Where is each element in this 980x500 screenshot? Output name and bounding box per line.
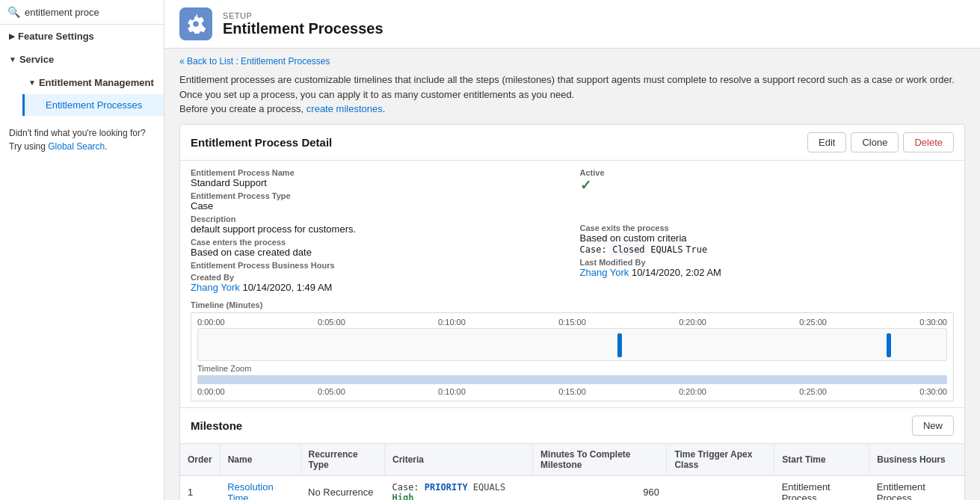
criteria-keyword: PRIORITY: [425, 482, 468, 493]
zoom-range: [197, 375, 947, 384]
col-minutes: Minutes To Complete Milestone: [533, 444, 667, 476]
created-by-link[interactable]: Zhang York: [191, 282, 240, 293]
cell-start-0: Entitlement Process: [774, 475, 869, 500]
edit-button[interactable]: Edit: [807, 132, 846, 152]
col-name: Name: [220, 444, 301, 476]
col-apex: Time Trigger Apex Class: [667, 444, 774, 476]
cell-name-0[interactable]: Resolution Time: [220, 475, 301, 500]
last-modified-link[interactable]: Zhang York: [580, 267, 629, 278]
breadcrumb-sep: :: [235, 56, 238, 67]
laxis-3: 0:15:00: [558, 387, 586, 396]
timeline-chart-area: 0:00:00 0:05:00 0:10:00 0:15:00 0:20:00 …: [191, 312, 954, 401]
active-checkmark: ✓: [580, 177, 955, 194]
breadcrumb-list-link[interactable]: Entitlement Processes: [241, 56, 330, 67]
sidebar: 🔍 ▶ Feature Settings ▼ Service ▼ Entitle…: [0, 0, 164, 500]
feature-settings-label: Feature Settings: [18, 31, 94, 42]
business-hours-label: Entitlement Process Business Hours: [191, 261, 565, 270]
description-field: Description default support process for …: [191, 214, 565, 235]
criteria-op: EQUALS: [473, 482, 505, 493]
period: .: [383, 103, 386, 114]
feature-settings-nav[interactable]: ▶ Feature Settings: [0, 25, 164, 48]
milestone-section-title: Milestone: [191, 419, 242, 432]
description-text: Entitlement processes are customizable t…: [179, 74, 955, 100]
laxis-1: 0:05:00: [318, 387, 345, 396]
cell-order-0: 1: [180, 475, 220, 500]
col-bizhr: Business Hours: [869, 444, 964, 476]
chevron-down-icon: ▼: [9, 55, 16, 64]
case-exits-criteria: Case: Closed EQUALS True: [580, 244, 955, 255]
laxis-0: 0:00:00: [197, 387, 225, 396]
axis-5: 0:25:00: [799, 318, 827, 327]
not-found-line1: Didn't find what you're looking for?: [9, 126, 155, 140]
created-by-date: 10/14/2020, 1:49 AM: [242, 282, 332, 293]
header-titles: SETUP Entitlement Processes: [223, 11, 383, 37]
description-label: Description: [191, 214, 565, 223]
col-start: Start Time: [774, 444, 869, 476]
service-subnav: ▼ Entitlement Management Entitlement Pro…: [0, 71, 164, 116]
detail-section-title: Entitlement Process Detail: [191, 136, 332, 149]
cell-bizhr-0: Entitlement Process: [869, 475, 964, 500]
detail-card-header: Entitlement Process Detail Edit Clone De…: [180, 125, 964, 161]
zoom-track[interactable]: [197, 375, 947, 384]
search-input[interactable]: [25, 7, 156, 18]
chevron-down-icon2: ▼: [28, 78, 36, 87]
col-recurrence: Recurrence Type: [301, 444, 384, 476]
col-order: Order: [180, 444, 220, 476]
search-bar[interactable]: 🔍: [0, 0, 164, 25]
delete-button[interactable]: Delete: [903, 132, 954, 152]
criteria-op: EQUALS: [650, 244, 682, 255]
entitlement-management-label: Entitlement Management: [39, 77, 154, 88]
not-found-message: Didn't find what you're looking for? Try…: [0, 116, 164, 164]
entitlement-management-subnav: Entitlement Processes: [7, 94, 164, 116]
laxis-6: 0:30:00: [919, 387, 947, 396]
process-type-value: Case: [191, 200, 565, 212]
not-found-line2: Try using Global Search.: [9, 140, 155, 153]
timeline-field: Timeline (Minutes) 0:00:00 0:05:00 0:10:…: [191, 300, 954, 401]
chevron-right-icon: ▶: [9, 32, 15, 40]
cell-apex-0: [667, 475, 774, 500]
last-modified-date: 10/14/2020, 2:02 AM: [632, 267, 721, 278]
criteria-value: High: [392, 493, 413, 501]
process-name-field: Entitlement Process Name Standard Suppor…: [191, 168, 565, 188]
criteria-label: Case:: [392, 482, 424, 493]
new-milestone-button[interactable]: New: [912, 416, 954, 436]
case-enters-label: Case enters the process: [191, 238, 565, 247]
process-name-value: Standard Support: [191, 177, 565, 188]
axis-1: 0:05:00: [318, 318, 345, 327]
detail-left-col: Entitlement Process Name Standard Suppor…: [191, 168, 565, 296]
col-criteria: Criteria: [384, 444, 532, 476]
page-content: « Back to List : Entitlement Processes E…: [164, 49, 980, 500]
case-enters-value: Based on case created date: [191, 247, 565, 258]
table-header-row: Order Name Recurrence Type Criteria Minu…: [180, 444, 964, 476]
entitlement-management-nav[interactable]: ▼ Entitlement Management: [7, 71, 164, 94]
created-by-label: Created By: [191, 273, 565, 282]
breadcrumb-back-link[interactable]: Back to List: [187, 56, 233, 67]
entitlement-processes-nav-item[interactable]: Entitlement Processes: [22, 94, 164, 116]
clone-button[interactable]: Clone: [851, 132, 899, 152]
cell-recurrence-0: No Recurrence: [301, 475, 384, 500]
service-nav[interactable]: ▼ Service: [0, 48, 164, 71]
criteria-val: True: [685, 244, 707, 255]
process-name-label: Entitlement Process Name: [191, 168, 565, 177]
process-type-field: Entitlement Process Type Case: [191, 191, 565, 212]
case-exits-field: Case exits the process Based on custom c…: [580, 223, 955, 255]
laxis-4: 0:20:00: [679, 387, 706, 396]
app-title: Entitlement Processes: [223, 20, 383, 37]
business-hours-field: Entitlement Process Business Hours: [191, 261, 565, 270]
timeline-lower-axis: 0:00:00 0:05:00 0:10:00 0:15:00 0:20:00 …: [197, 387, 947, 396]
service-label: Service: [19, 54, 54, 65]
criteria-case-label: Case:: [580, 244, 607, 255]
criteria-code-pill: Closed: [609, 244, 647, 256]
last-modified-label: Last Modified By: [580, 258, 955, 267]
app-header: SETUP Entitlement Processes: [164, 0, 980, 49]
cell-minutes-0: 960: [533, 475, 667, 500]
created-by-field: Created By Zhang York 10/14/2020, 1:49 A…: [191, 273, 565, 293]
search-icon: 🔍: [7, 6, 20, 18]
laxis-2: 0:10:00: [438, 387, 466, 396]
create-milestones-link[interactable]: create milestones: [306, 103, 383, 114]
timeline-upper-axis: 0:00:00 0:05:00 0:10:00 0:15:00 0:20:00 …: [197, 318, 947, 327]
axis-3: 0:15:00: [558, 318, 586, 327]
gear-icon: [186, 14, 206, 34]
global-search-link[interactable]: Global Search: [48, 141, 105, 152]
process-type-label: Entitlement Process Type: [191, 191, 565, 200]
